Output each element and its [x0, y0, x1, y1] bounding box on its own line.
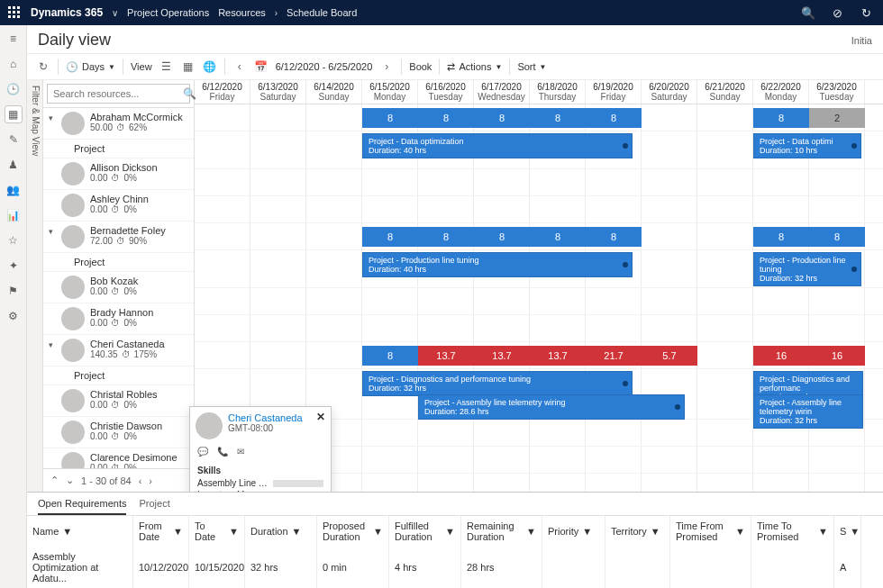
refresh-icon[interactable]: ↻ — [36, 59, 50, 74]
capacity-cell[interactable]: 8 — [418, 227, 474, 247]
date-column[interactable]: 6/19/2020Friday — [586, 80, 642, 104]
sort-dropdown[interactable]: Sort▼ — [517, 61, 546, 72]
search-global-icon[interactable]: 🔍 — [798, 6, 818, 20]
rail-star-icon[interactable]: ☆ — [5, 232, 22, 249]
column-header[interactable]: To Date▼ — [189, 516, 245, 547]
expand-icon[interactable]: ▾ — [49, 339, 56, 362]
rail-schedule-icon[interactable]: ▦ — [5, 106, 22, 122]
expand-icon[interactable] — [49, 452, 56, 468]
booking-bar[interactable]: Project - Production line tuningDuration… — [362, 252, 633, 277]
column-header[interactable]: Time To Promised▼ — [751, 516, 834, 547]
filter-map-tab[interactable]: Filter & Map View — [27, 80, 43, 492]
card-name[interactable]: Cheri Castaneda — [228, 412, 303, 423]
column-header[interactable]: Duration▼ — [245, 516, 317, 547]
requirement-link[interactable]: Assembly Optimization at Adatu... — [32, 551, 127, 583]
page-prev-icon[interactable]: ‹ — [139, 475, 142, 486]
date-column[interactable]: 6/14/2020Sunday — [306, 80, 362, 104]
rail-menu-icon[interactable]: ≡ — [5, 31, 22, 47]
capacity-cell-over[interactable]: 21.7 — [586, 346, 642, 366]
rail-resource-icon[interactable]: ♟ — [5, 157, 22, 173]
column-header[interactable]: Name▼ — [27, 516, 133, 547]
globe-icon[interactable]: 🌐 — [203, 59, 217, 74]
expand-icon[interactable] — [49, 307, 56, 330]
date-column[interactable]: 6/20/2020Saturday — [642, 80, 697, 104]
date-column[interactable]: 6/17/2020Wednesday — [474, 80, 530, 104]
list-view-icon[interactable]: ☰ — [159, 59, 174, 74]
capacity-cell-over[interactable]: 13.7 — [418, 346, 474, 366]
booking-bar[interactable]: Project - Data optimiDuration: 10 hrs — [753, 133, 861, 158]
column-header[interactable]: Territory▼ — [605, 516, 670, 547]
chat-icon[interactable]: 💬 — [197, 447, 208, 457]
resource-item[interactable]: Christie Dawson 0.00⏱0% — [43, 417, 194, 448]
column-header[interactable]: Priority▼ — [542, 516, 605, 547]
brand[interactable]: Dynamics 365 — [31, 6, 103, 19]
title-right-text[interactable]: Initia — [851, 35, 872, 46]
tab-project[interactable]: Project — [139, 498, 169, 515]
rail-gear-icon[interactable]: ⚙ — [5, 308, 22, 324]
resource-item[interactable]: Christal Robles 0.00⏱0% — [43, 385, 194, 417]
capacity-cell[interactable]: 8 — [753, 108, 809, 128]
resource-item[interactable]: Brady Hannon 0.00⏱0% — [43, 303, 194, 335]
capacity-cell-over[interactable]: 16 — [809, 346, 865, 366]
search-input[interactable] — [48, 88, 183, 99]
capacity-cell-over[interactable]: 16 — [753, 346, 809, 366]
capacity-cell-over[interactable]: 13.7 — [530, 346, 586, 366]
resource-item[interactable]: ▾ Abraham McCormick 50.00⏱62% — [43, 108, 194, 140]
rail-home-icon[interactable]: ⌂ — [5, 56, 22, 72]
table-row[interactable]: Assembly Optimization at Adatu... 10/12/… — [27, 547, 883, 588]
column-header[interactable]: S▼ — [834, 516, 861, 547]
date-column[interactable]: 6/21/2020Sunday — [697, 80, 753, 104]
breadcrumb-1[interactable]: Resources — [218, 7, 266, 18]
date-column[interactable]: 6/12/2020Friday — [195, 80, 250, 104]
project-label[interactable]: Project — [43, 366, 194, 385]
resource-item[interactable]: Bob Kozak 0.00⏱0% — [43, 272, 194, 303]
settings-header-icon[interactable]: ↻ — [856, 6, 876, 20]
date-column[interactable]: 6/23/2020Tuesday — [809, 80, 865, 104]
booking-bar[interactable]: Project - Diagnostics and performance tu… — [362, 371, 633, 396]
page-next-icon[interactable]: › — [149, 475, 152, 486]
close-icon[interactable]: ✕ — [316, 411, 325, 423]
expand-icon[interactable]: ▾ — [49, 112, 56, 135]
page-up-icon[interactable]: ⌃ — [50, 475, 59, 486]
project-label[interactable]: Project — [43, 253, 194, 272]
phone-icon[interactable]: 📞 — [217, 447, 228, 457]
next-icon[interactable]: › — [379, 59, 394, 74]
booking-bar[interactable]: Project - Production line tuningDuration… — [753, 252, 861, 286]
resource-item[interactable]: Ashley Chinn 0.00⏱0% — [43, 190, 194, 222]
rail-item-icon[interactable]: ✎ — [5, 131, 22, 148]
project-label[interactable]: Project — [43, 140, 194, 158]
capacity-cell[interactable]: 8 — [362, 227, 418, 247]
capacity-cell[interactable]: 8 — [474, 108, 530, 128]
book-button[interactable]: Book — [409, 61, 432, 72]
capacity-cell-over[interactable]: 5.7 — [642, 346, 697, 366]
capacity-cell[interactable]: 8 — [586, 108, 642, 128]
resource-item[interactable]: ▾ Cheri Castaneda 140.35⏱175% — [43, 335, 194, 366]
expand-icon[interactable] — [49, 389, 56, 412]
breadcrumb-2[interactable]: Schedule Board — [287, 7, 357, 18]
date-column[interactable]: 6/16/2020Tuesday — [418, 80, 474, 104]
capacity-cell[interactable]: 8 — [530, 108, 586, 128]
column-header[interactable]: Time From Promised▼ — [670, 516, 751, 547]
capacity-cell[interactable]: 8 — [809, 227, 865, 247]
grid-view-icon[interactable]: ▦ — [181, 59, 196, 74]
calendar-icon[interactable]: 📅 — [254, 59, 269, 74]
expand-icon[interactable] — [49, 421, 56, 444]
expand-icon[interactable]: ▾ — [49, 225, 56, 249]
area-name[interactable]: Project Operations — [127, 7, 209, 18]
column-header[interactable]: Remaining Duration▼ — [461, 516, 542, 547]
rail-pin-icon[interactable]: ✦ — [5, 258, 22, 274]
resource-item[interactable]: ▾ Bernadette Foley 72.00⏱90% — [43, 222, 194, 253]
capacity-cell[interactable]: 2 — [809, 108, 865, 128]
actions-dropdown[interactable]: ⇄Actions▼ — [447, 61, 502, 73]
capacity-cell[interactable]: 8 — [362, 108, 418, 128]
date-column[interactable]: 6/22/2020Monday — [753, 80, 809, 104]
expand-icon[interactable] — [49, 162, 56, 185]
assist-icon[interactable]: ⊘ — [827, 6, 847, 20]
rail-recent-icon[interactable]: 🕒 — [5, 81, 22, 97]
date-column[interactable]: 6/13/2020Saturday — [250, 80, 306, 104]
booking-bar[interactable]: Project - Data optimizationDuration: 40 … — [362, 133, 633, 158]
rail-people-icon[interactable]: 👥 — [5, 182, 22, 198]
rail-flag-icon[interactable]: ⚑ — [5, 283, 22, 299]
prev-icon[interactable]: ‹ — [232, 59, 247, 74]
mail-icon[interactable]: ✉ — [237, 447, 244, 457]
